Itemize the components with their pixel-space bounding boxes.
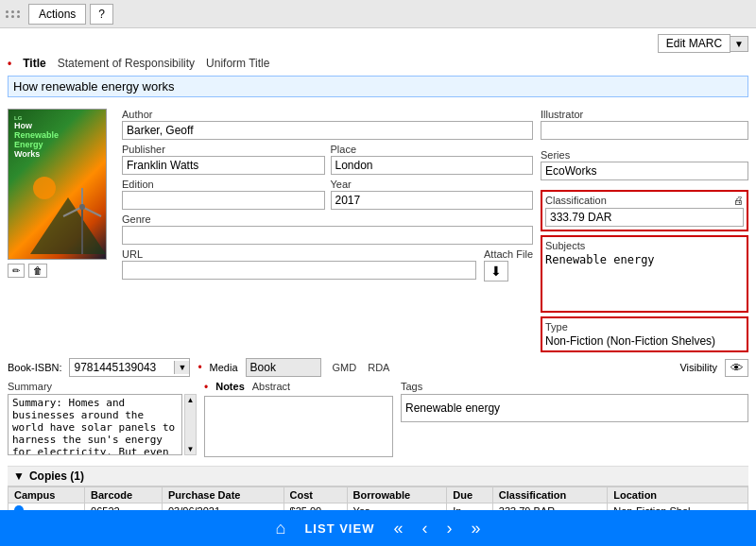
genre-input[interactable] (122, 226, 533, 245)
isbn-arrow[interactable]: ▼ (174, 361, 189, 374)
copies-title: Copies (1) (29, 469, 84, 483)
edition-label: Edition (122, 179, 325, 190)
notes-required-dot: • (204, 381, 208, 394)
classification-box: Classification 🖨 (541, 190, 748, 231)
svg-point-1 (33, 177, 56, 199)
subjects-textarea[interactable] (545, 253, 744, 305)
notes-section: • Notes Abstract (204, 381, 393, 460)
col-due: Due (447, 487, 493, 503)
attach-file-button[interactable]: ⬇ (484, 261, 508, 282)
publisher-place-row: Publisher Place (122, 144, 533, 179)
actions-button[interactable]: Actions (28, 4, 86, 25)
summary-notes-tags-row: Summary ▲ ▼ • Notes Abstract Tags (8, 381, 748, 460)
tab-title[interactable]: Title (23, 57, 45, 70)
year-input[interactable] (331, 191, 534, 210)
cell-due: In (447, 503, 493, 511)
edition-input[interactable] (122, 191, 325, 210)
cell-purchase-date: 03/06/2021 (163, 503, 284, 511)
title-input[interactable] (8, 76, 748, 97)
summary-section: Summary ▲ ▼ (8, 381, 197, 460)
windmill-illustration (30, 169, 106, 254)
visibility-button[interactable]: 👁 (725, 359, 748, 377)
isbn-input-wrapper: ▼ (69, 358, 190, 377)
publisher-group: Publisher (122, 144, 325, 175)
cover-section: LG How Renewable Energy Works (8, 109, 114, 352)
table-row[interactable]: 06522 03/06/2021 $25.00 Yes In 333.79 BA… (9, 503, 748, 511)
delete-cover-button[interactable]: 🗑 (28, 264, 47, 278)
subjects-box: Subjects (541, 235, 748, 313)
publisher-label: Publisher (122, 144, 325, 155)
illustrator-label: Illustrator (541, 109, 748, 120)
last-page-button[interactable]: » (471, 519, 480, 538)
tab-abstract[interactable]: Abstract (252, 381, 290, 394)
cell-cost: $25.00 (284, 503, 347, 511)
series-label: Series (541, 149, 748, 161)
copies-header[interactable]: ▼ Copies (1) (8, 467, 748, 486)
summary-scroll-down[interactable]: ▼ (186, 444, 196, 454)
classification-input[interactable] (545, 208, 744, 227)
edit-marc-dropdown[interactable]: ▼ (730, 36, 748, 52)
classification-header: Classification 🖨 (545, 195, 744, 206)
edit-cover-button[interactable]: ✏ (8, 264, 25, 278)
url-group: URL (122, 248, 476, 280)
isbn-input[interactable] (70, 359, 174, 376)
media-required-dot: • (198, 361, 201, 374)
genre-group: Genre (122, 213, 533, 245)
svg-point-7 (79, 204, 85, 210)
tab-notes[interactable]: Notes (215, 381, 245, 394)
gmd-link[interactable]: GMD (333, 362, 357, 373)
main-content: Edit MARC ▼ • Title Statement of Respons… (0, 28, 756, 510)
col-classification: Classification (492, 487, 607, 503)
next-page-button[interactable]: › (446, 519, 452, 538)
rda-link[interactable]: RDA (368, 362, 389, 373)
home-button[interactable]: ⌂ (276, 519, 286, 538)
classification-label: Classification (545, 195, 607, 206)
notes-textarea[interactable] (204, 396, 393, 457)
author-label: Author (122, 109, 533, 120)
edit-marc-button[interactable]: Edit MARC (658, 34, 730, 53)
url-label: URL (122, 248, 476, 260)
edition-year-row: Edition Year (122, 179, 533, 213)
cell-classification: 333.79 BAR (492, 503, 607, 511)
author-input[interactable] (122, 121, 533, 140)
first-page-button[interactable]: « (393, 519, 403, 538)
tab-uniform[interactable]: Uniform Title (206, 57, 269, 70)
title-required-dot: • (8, 57, 11, 70)
place-label: Place (331, 144, 534, 155)
col-campus: Campus (9, 487, 85, 503)
isbn-label: Book-ISBN: (8, 362, 61, 373)
list-view-label[interactable]: LIST VIEW (304, 521, 374, 536)
cover-title-line4: Works (14, 149, 100, 159)
series-input[interactable] (541, 162, 748, 180)
tab-statement[interactable]: Statement of Responsibility (58, 57, 195, 70)
print-icon[interactable]: 🖨 (733, 195, 744, 206)
attach-file-group: Attach File ⬇ (484, 248, 533, 282)
url-input[interactable] (122, 261, 476, 280)
tabs-row: • Title Statement of Responsibility Unif… (8, 57, 748, 70)
drag-handle[interactable] (6, 10, 21, 18)
summary-textarea[interactable] (8, 394, 182, 455)
media-input[interactable] (246, 358, 321, 377)
copies-section: ▼ Copies (1) Campus Barcode Purchase Dat… (8, 466, 748, 510)
prev-page-button[interactable]: ‹ (421, 519, 427, 538)
publisher-input[interactable] (122, 156, 325, 175)
illustrator-group: Illustrator (541, 109, 748, 145)
type-value: Non-Fiction (Non-Fiction Shelves) (545, 334, 744, 348)
year-group: Year (331, 179, 534, 210)
cover-title-line1: How (14, 121, 100, 130)
illustrator-input[interactable] (541, 121, 748, 140)
copies-collapse-arrow[interactable]: ▼ (13, 469, 25, 483)
tags-input[interactable] (401, 394, 748, 422)
tags-label: Tags (401, 381, 748, 392)
middle-form: Author Publisher Place Edition (122, 109, 533, 352)
help-button[interactable]: ? (90, 4, 113, 25)
place-input[interactable] (331, 156, 534, 175)
bottom-nav: ⌂ LIST VIEW « ‹ › » (0, 510, 756, 546)
subjects-header: Subjects (545, 240, 744, 251)
col-purchase-date: Purchase Date (163, 487, 284, 503)
place-group: Place (331, 144, 534, 175)
attach-file-label: Attach File (484, 248, 533, 260)
type-box: Type Non-Fiction (Non-Fiction Shelves) (541, 316, 748, 352)
series-group: Series (541, 149, 748, 186)
summary-scroll-up[interactable]: ▲ (186, 395, 196, 405)
